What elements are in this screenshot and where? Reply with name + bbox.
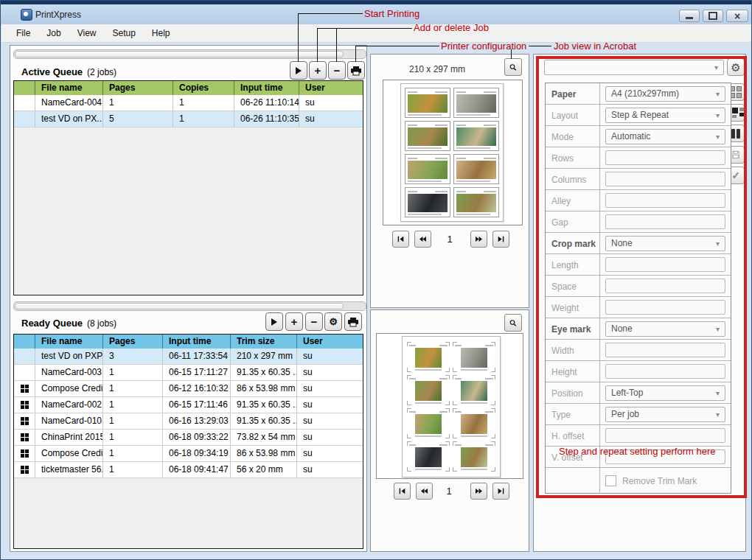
chevron-down-icon: ▾ [716,389,720,397]
ready-settings-button[interactable]: ⚙ [324,312,342,331]
menu-help[interactable]: Help [152,28,170,38]
cell-trim-size: 91.35 x 60.35 ... [231,413,297,429]
col-file-name[interactable]: File name [35,81,103,95]
menu-setup[interactable]: Setup [113,28,136,38]
col-copies[interactable]: Copies [173,81,234,95]
ready-queue-row[interactable]: test VD on PXP... 3 06-11 17:33:54 210 x… [14,349,363,365]
settings-gear-button[interactable]: ⚙ [727,58,745,76]
ready-delete-button[interactable]: − [305,312,323,331]
cell-copies: 1 [173,111,234,127]
settings-row: Space [546,276,731,297]
cell-trim-size: 210 x 297 mm [231,349,297,364]
annotation-add-delete: Add or delete Job [414,22,489,33]
start-printing-button[interactable] [290,61,307,80]
preview-page[interactable] [400,83,504,222]
active-queue-row[interactable]: NameCard-004... 1 1 06-26 11:10:14 su [14,95,363,111]
last-page-button[interactable] [492,483,509,500]
ready-add-button[interactable]: + [285,312,303,331]
maximize-button[interactable] [703,10,723,22]
cell-file-name: ticketmaster 56... [35,462,103,477]
ready-queue-row[interactable]: Compose Credit... 1 06-12 16:10:32 86 x … [14,381,363,397]
preview-page[interactable] [402,336,501,477]
settings-form: Paper A4 (210x297mm)▾ Layout Step & Repe… [545,83,731,494]
settings-dropdown[interactable]: Automatic▾ [605,129,725,144]
settings-input[interactable] [605,150,725,165]
col-input-time[interactable]: Input time [234,81,299,95]
menu-job[interactable]: Job [46,28,60,38]
settings-dropdown[interactable]: None▾ [605,321,725,337]
first-page-button[interactable] [392,231,409,248]
cell-pages: 1 [103,365,163,380]
settings-input[interactable] [605,364,725,379]
settings-dropdown[interactable]: Per job▾ [605,407,725,422]
settings-input[interactable] [605,300,725,315]
first-page-button[interactable] [394,483,411,500]
col-pages[interactable]: Pages [103,81,173,95]
next-page-button[interactable] [470,231,487,248]
col-file-name[interactable]: File name [35,335,103,349]
minimize-icon [686,17,693,19]
chevron-down-icon: ▾ [714,63,718,71]
printer-config-button[interactable] [347,61,365,80]
ready-queue-row[interactable]: Compose Credit... 1 06-18 09:34:19 86 x … [14,446,363,462]
settings-input[interactable] [605,279,725,293]
col-user[interactable]: User [299,81,363,95]
settings-label: Type [546,404,600,424]
settings-input[interactable] [605,343,725,357]
previous-page-button[interactable] [416,483,433,500]
annotation-line [317,28,412,29]
settings-input[interactable] [605,172,725,186]
ready-queue-row[interactable]: ChinaPrint 2015... 1 06-18 09:33:22 73.8… [14,430,363,446]
cell-pages: 5 [103,111,173,127]
annotation-job-view: Job view in Acrobat [554,41,636,52]
zoom-preview-button[interactable] [504,58,522,76]
cell-file-name: NameCard-010.... [35,413,103,429]
last-page-button[interactable] [492,231,509,248]
ready-queue-row[interactable]: NameCard-010.... 1 06-16 13:29:03 91.35 … [14,413,363,430]
close-button[interactable]: × [726,10,748,22]
col-input-time[interactable]: Input time [163,335,231,349]
cell-input-time: 06-18 09:33:22 [163,430,231,445]
save-icon [732,150,739,160]
card-photo [408,194,448,212]
settings-label: Rows [546,147,600,168]
last-page-icon [498,235,504,243]
preview-card [453,187,499,217]
settings-dropdown[interactable]: Step & Repeat▾ [605,108,725,123]
active-queue-scrollbar[interactable] [13,49,366,59]
col-user[interactable]: User [297,335,363,349]
ready-queue-row[interactable]: ticketmaster 56... 1 06-18 09:41:47 56 x… [14,462,363,478]
settings-input[interactable] [605,257,725,272]
active-queue-row[interactable]: test VD on PX... 5 1 06-26 11:10:35 su [14,111,363,127]
delete-job-button[interactable]: − [328,61,346,80]
next-page-button[interactable] [470,483,487,500]
ready-queue-scrollbar[interactable] [13,301,366,311]
settings-label: Mode [546,126,600,147]
col-trim-size[interactable]: Trim size [231,335,297,349]
settings-input[interactable] [605,214,725,229]
minimize-button[interactable] [679,10,700,22]
settings-input[interactable] [605,193,725,208]
cell-trim-size: 86 x 53.98 mm [231,381,297,396]
settings-dropdown[interactable]: None▾ [605,236,725,251]
settings-row: Type Per job▾ [546,404,731,425]
settings-dropdown[interactable]: Left-Top▾ [605,385,725,401]
col-pages[interactable]: Pages [103,335,163,349]
settings-input[interactable] [605,428,725,443]
ready-queue-row[interactable]: NameCard-002.... 1 06-15 17:11:46 91.35 … [14,397,363,413]
plus-icon: + [315,64,321,77]
job-selector-dropdown[interactable]: ▾ [544,60,724,75]
menu-view[interactable]: View [77,28,97,38]
remove-trim-mark-checkbox[interactable] [605,475,616,486]
menu-file[interactable]: File [16,28,30,38]
settings-dropdown[interactable]: A4 (210x297mm)▾ [605,86,725,102]
previous-page-button[interactable] [414,231,431,248]
ready-printer-button[interactable] [344,312,362,331]
ready-start-button[interactable] [265,312,283,331]
zoom-preview-button[interactable] [504,314,522,332]
page-preview-frame [376,333,523,479]
cell-input-time: 06-11 17:33:54 [163,349,231,364]
ready-queue-row[interactable]: NameCard-003.... 1 06-15 17:11:27 91.35 … [14,365,363,381]
page-preview-frame [383,80,523,225]
add-job-button[interactable]: + [309,61,327,80]
